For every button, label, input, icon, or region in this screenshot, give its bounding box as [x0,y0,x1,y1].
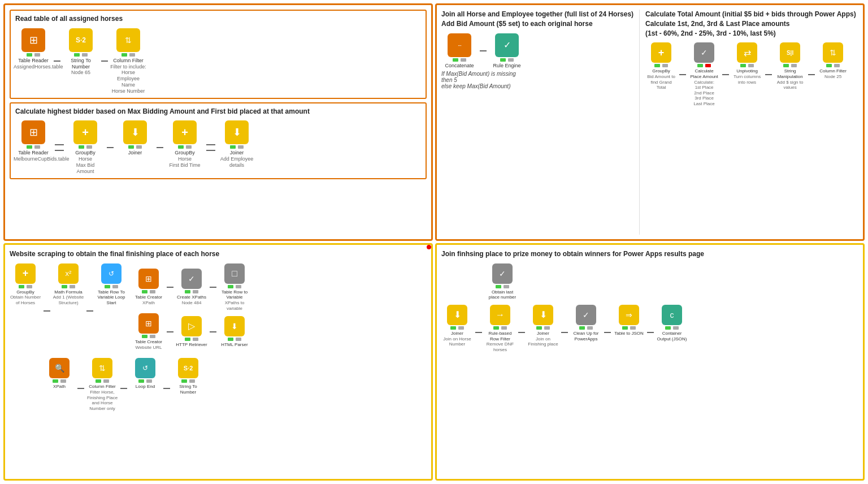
gb3-label: GroupByBid Amount to find Grand Total [645,68,677,90]
le-icon: ↺ [135,358,155,378]
cx-label: Create XPathsNode 484 [177,295,206,305]
node-ports [826,64,840,67]
node-loop-end[interactable]: ↺ Loop End [129,358,161,390]
node-table-row-var[interactable]: □ Table Row to VariableXPaths to variabl… [219,263,250,311]
port [62,285,67,288]
port [193,338,198,341]
port [230,145,236,149]
node-ports [142,290,155,293]
node-string-manip[interactable]: S|l String ManipulationAdd $ sign to val… [774,42,806,90]
table-reader-1-icon: ⊞ [21,28,45,52]
node-joiner-1[interactable]: ⬇ Joiner [117,120,153,156]
cat-icon: ··· [448,33,471,57]
port [458,326,464,330]
trtv-label: Table Row to VariableXPaths to variable [219,289,250,311]
connector [475,332,482,333]
node-table-reader-1[interactable]: ⊞ Table ReaderAssignedHorses.table [15,28,51,70]
node-joiner-2[interactable]: ⬇ JoinerAdd Employee details [219,120,255,168]
port [193,290,198,293]
node-ports [654,64,668,67]
node-groupby-1[interactable]: + GroupByHorseMax Bid Amount [67,120,103,174]
tr2-icon: ⊞ [21,120,45,144]
connector [167,331,173,332]
obn-label: Obtain last place number [487,289,518,300]
node-ports [128,145,142,149]
port [453,58,458,62]
port [146,379,152,383]
node-ports [181,379,195,383]
node-ports [96,379,109,383]
node-ports [138,379,152,383]
node-groupby-4[interactable]: + GroupByObtain Number of Horses [10,263,41,306]
cf3-label: Column FilterFilter Horse, Finishing Pla… [86,384,118,411]
node-loop-start[interactable]: ↺ Table Row To Variable Loop Start [96,263,127,306]
tr-title-calc: Calculate Total Amount (initial $5 bid +… [645,10,858,38]
node-column-filter-1[interactable]: ⇅ Column FilterFilter to include:HorseEm… [110,28,146,94]
node-calc-place[interactable]: ✓ CalculatePlace AmountCalculate:1st Pla… [688,42,720,106]
node-string-to-number-1[interactable]: S·2 String To NumberNode 65 [63,28,99,76]
node-math-formula[interactable]: x² Math FormulaAdd 1 (Website Structure) [53,263,84,306]
node-concatenate[interactable]: ··· Concatenate [441,33,478,69]
port [136,145,142,149]
node-rule-engine[interactable]: ✓ Rule Engine [489,33,525,69]
connector [518,332,525,333]
node-ports [493,326,507,330]
port [150,290,155,293]
port [189,379,195,383]
node-groupby-2[interactable]: + GroupByHorseFirst Bid Time [167,120,203,168]
node-create-xpaths[interactable]: ✓ Create XPathsNode 484 [176,269,207,305]
connector [679,74,686,75]
cat-label: Concatenate [445,63,474,69]
port [622,326,628,330]
node-table-creator-1[interactable]: ⊞ Table CreatorXPath [133,269,164,305]
node-xpath[interactable]: 🔍 XPath [44,358,75,390]
node-ports [79,145,92,149]
node-joiner-4[interactable]: ⬇ JoinerJoin on Finishing place [527,305,559,347]
port [665,326,671,330]
node-joiner-3[interactable]: ⬇ JoinerJoin on Horse Number [441,305,473,347]
co-icon: c [662,305,682,325]
tr2-label: Table ReaderMelbourneCupBids.table [14,150,53,162]
port [86,145,92,149]
gb1-label: GroupByHorseMax Bid Amount [67,150,103,174]
co-label: Container Output (JSON) [656,331,688,342]
rbrf-icon: → [490,305,510,325]
connector [54,60,60,62]
port [493,326,499,330]
tr-title-join: Join all Horse and Employee together (fu… [441,10,633,29]
node-table-reader-2[interactable]: ⊞ Table ReaderMelbourneCupBids.table [15,120,51,162]
tc2-label: Table CreatorWebsite URL [135,339,162,350]
node-table-creator-2[interactable]: ⊞ Table CreatorWebsite URL [133,313,164,350]
node-string-to-number-2[interactable]: S·2 String To Number [172,358,204,395]
node-row-filter[interactable]: → Rule-based Row FilterRemove DNF horses [484,305,516,352]
node-ports [27,145,40,149]
node-column-filter-3[interactable]: ⇅ Column FilterFilter Horse, Finishing P… [86,358,118,411]
gb1-icon: + [73,120,97,144]
node-cleanup[interactable]: ✓ Clean Up for PowerApps [570,305,602,342]
port [508,58,514,62]
node-html-parser[interactable]: ⬇ HTML Parser [219,316,250,348]
stn2-icon: S·2 [178,358,198,378]
node-http-retriever[interactable]: ▷ HTTP Retriever [176,316,207,348]
node-obtain-last[interactable]: ✓ Obtain last place number [487,263,518,300]
j1-icon: ⬇ [123,120,147,144]
node-ports [230,145,244,149]
port [129,53,135,57]
node-table-to-json[interactable]: ⇒ Table to JSON [613,305,645,336]
node-ports [579,326,593,330]
node-groupby-3[interactable]: + GroupByBid Amount to find Grand Total [645,42,677,90]
port [27,285,32,288]
cup-icon: ✓ [576,305,596,325]
node-column-filter-2[interactable]: ⇅ Column FilterNode 25 [817,42,849,79]
node-container-output[interactable]: c Container Output (JSON) [656,305,688,342]
port [105,285,110,288]
connector [210,331,216,332]
node-unpivoting[interactable]: ⇄ UnpivotingTurn columns into rows [731,42,763,85]
port [112,285,118,288]
port [705,64,711,67]
connector [44,310,50,312]
section-read-title: Read table of all assigned horses [15,14,421,24]
port [697,64,703,67]
port [236,285,241,288]
connector [604,332,611,333]
